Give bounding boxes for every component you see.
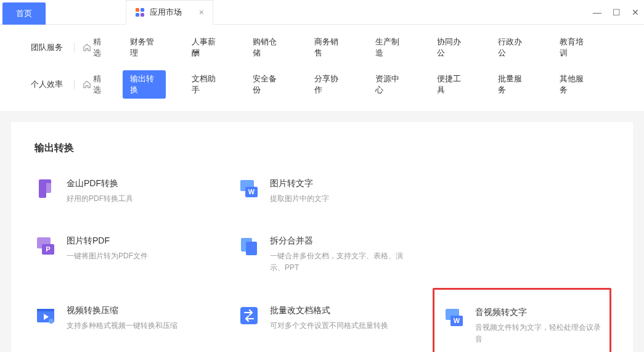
tab-home-label: 首页 (16, 8, 32, 19)
maximize-button[interactable]: ☐ (613, 7, 621, 17)
nav-personal-item-6[interactable]: 批量服务 (491, 70, 533, 99)
svg-rect-13 (37, 309, 54, 311)
tab-home[interactable]: 首页 (2, 2, 46, 25)
card-title: 视频转换压缩 (67, 305, 213, 316)
nav-team-item-0[interactable]: 财务管理 (123, 33, 165, 62)
card-desc: 提取图片中的文字 (270, 193, 417, 205)
card-title: 批量改文档格式 (270, 305, 417, 316)
nav-team-item-6[interactable]: 行政办公 (491, 33, 533, 62)
nav-bar: 团队服务 精选 财务管理 人事薪酬 购销仓储 商务销售 生产制造 协同办公 行政… (0, 25, 644, 111)
image-pdf-icon: P (35, 235, 57, 258)
card-image-to-pdf[interactable]: P 图片转PDF 一键将图片转为PDF文件 (35, 235, 213, 274)
card-desc: 一键将图片转为PDF文件 (67, 250, 213, 262)
card-title: 图片转文字 (270, 178, 417, 189)
nav-personal-item-0[interactable]: 输出转换 (123, 70, 165, 99)
nav-team-item-4[interactable]: 生产制造 (368, 33, 410, 62)
tab-app-market[interactable]: 应用市场 × (126, 0, 213, 25)
nav-featured-team[interactable]: 精选 (83, 36, 107, 59)
svg-text:P: P (46, 245, 50, 253)
card-pdf-convert[interactable]: 金山PDF转换 好用的PDF转换工具 (35, 178, 213, 205)
copy-icon (238, 235, 260, 258)
minimize-button[interactable]: — (593, 7, 601, 17)
tab-app-market-label: 应用市场 (150, 7, 182, 18)
card-desc: 可对多个文件设置不同格式批量转换 (270, 320, 417, 332)
card-title: 音视频转文字 (475, 307, 601, 318)
nav-team-label: 团队服务 (31, 42, 74, 53)
grid-icon (135, 7, 145, 17)
card-audio-video-to-text[interactable]: W 音视频转文字 音视频文件转为文字，轻松处理会议录音 (433, 288, 611, 352)
nav-personal-label: 个人效率 (31, 79, 74, 90)
home-icon (83, 43, 91, 52)
nav-personal-item-1[interactable]: 文档助手 (184, 70, 227, 99)
nav-featured-label: 精选 (93, 36, 107, 59)
content: 输出转换 金山PDF转换 好用的PDF转换工具 W 图片转文字 提取图片中的文字… (11, 122, 633, 352)
svg-text:W: W (248, 188, 255, 195)
nav-row-team: 团队服务 精选 财务管理 人事薪酬 购销仓储 商务销售 生产制造 协同办公 行政… (31, 33, 613, 62)
svg-rect-1 (141, 8, 144, 12)
card-image-to-text[interactable]: W 图片转文字 提取图片中的文字 (238, 178, 417, 205)
image-text-icon: W (238, 178, 260, 200)
divider (74, 80, 75, 89)
svg-text:W: W (454, 317, 460, 324)
nav-team-item-2[interactable]: 购销仓储 (245, 33, 288, 62)
nav-personal-item-2[interactable]: 安全备份 (245, 70, 288, 99)
pdf-icon (35, 178, 57, 200)
nav-featured-label: 精选 (93, 73, 107, 96)
svg-rect-2 (136, 13, 139, 17)
swap-icon (238, 305, 260, 327)
svg-rect-16 (240, 307, 258, 324)
cards-grid: 金山PDF转换 好用的PDF转换工具 W 图片转文字 提取图片中的文字 P 图片… (35, 178, 609, 347)
nav-team-item-7[interactable]: 教育培训 (552, 33, 595, 62)
window-controls: — ☐ ✕ (593, 7, 639, 17)
card-title: 拆分合并器 (270, 235, 417, 247)
card-desc: 一键合并多份文档，支持文字、表格、演示、PPT (270, 250, 417, 274)
nav-team-item-1[interactable]: 人事薪酬 (184, 33, 227, 62)
close-icon[interactable]: × (199, 7, 204, 17)
nav-personal-item-4[interactable]: 资源中心 (368, 70, 410, 99)
section-title: 输出转换 (35, 142, 609, 155)
card-desc: 好用的PDF转换工具 (67, 193, 213, 205)
card-video-convert[interactable]: 视频转换压缩 支持多种格式视频一键转换和压缩 (35, 305, 213, 347)
card-desc: 支持多种格式视频一键转换和压缩 (67, 320, 213, 332)
card-title: 图片转PDF (67, 235, 213, 247)
card-title: 金山PDF转换 (67, 178, 213, 189)
home-icon (83, 80, 91, 89)
video-icon (35, 305, 57, 327)
nav-row-personal: 个人效率 精选 输出转换 文档助手 安全备份 分享协作 资源中心 便捷工具 批量… (31, 70, 613, 99)
nav-personal-item-5[interactable]: 便捷工具 (430, 70, 472, 99)
nav-personal-item-3[interactable]: 分享协作 (307, 70, 349, 99)
svg-point-15 (49, 319, 54, 324)
nav-team-item-3[interactable]: 商务销售 (307, 33, 349, 62)
divider (74, 43, 75, 52)
card-desc: 音视频文件转为文字，轻松处理会议录音 (475, 322, 601, 345)
card-batch-format[interactable]: 批量改文档格式 可对多个文件设置不同格式批量转换 (238, 305, 417, 347)
audio-text-icon: W (443, 307, 465, 329)
nav-team-item-5[interactable]: 协同办公 (430, 33, 472, 62)
close-button[interactable]: ✕ (632, 7, 639, 17)
nav-featured-personal[interactable]: 精选 (83, 73, 107, 96)
svg-rect-3 (141, 13, 144, 17)
card-split-merge[interactable]: 拆分合并器 一键合并多份文档，支持文字、表格、演示、PPT (238, 235, 417, 274)
svg-rect-0 (136, 8, 139, 12)
nav-personal-item-7[interactable]: 其他服务 (552, 70, 595, 99)
svg-rect-11 (246, 242, 257, 255)
titlebar: 首页 应用市场 × — ☐ ✕ (0, 0, 644, 25)
